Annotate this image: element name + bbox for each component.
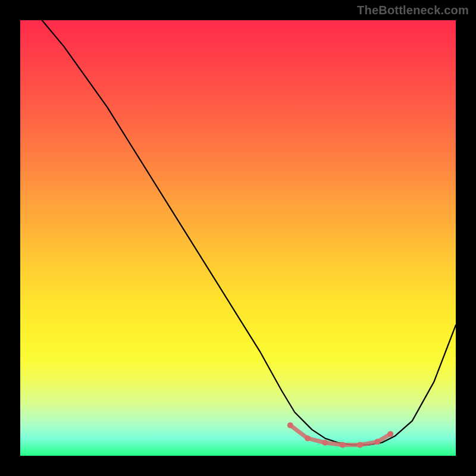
chart-frame: TheBottleneck.com: [0, 0, 476, 476]
marker-dot: [322, 440, 328, 446]
marker-dot: [374, 439, 380, 445]
main-curve: [42, 20, 456, 445]
marker-dot: [287, 422, 293, 428]
plot-area: [20, 20, 456, 456]
marker-dot: [305, 436, 311, 441]
marker-dot: [387, 431, 393, 437]
marker-dot: [340, 442, 346, 448]
watermark-text: TheBottleneck.com: [357, 4, 469, 17]
marker-dot: [357, 442, 363, 448]
main-curve-group: [42, 20, 456, 445]
marker-band-group: [287, 422, 393, 448]
chart-svg: [20, 20, 456, 456]
